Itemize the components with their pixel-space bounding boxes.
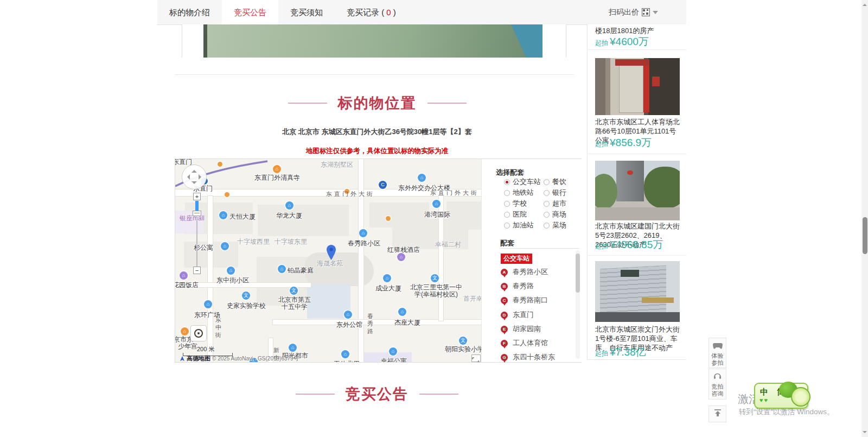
listing-title[interactable]: 楼18层1801的房产 <box>595 26 681 35</box>
radio-icon[interactable] <box>544 190 550 196</box>
building-poi-icon: ⌂ <box>204 300 212 308</box>
building-poi-icon: ⌂ <box>383 274 391 282</box>
poi-label: 港湾国际 <box>424 210 450 219</box>
street-label: 东直门外大街 <box>326 190 375 198</box>
consult-label: 竞拍咨询 <box>711 383 724 397</box>
amenity-option-school[interactable]: 学校 <box>504 199 527 208</box>
amenity-panel: 选择配套 公交车站 餐饮 地铁站 银行 学校 超市 医院 商场 加油站 菜场 配… <box>481 159 582 362</box>
pan-left-icon[interactable] <box>184 174 190 180</box>
station-pin-icon: D <box>501 312 508 319</box>
station-list-item[interactable]: D东直门 <box>501 310 534 320</box>
zoom-slider-thumb[interactable] <box>193 211 201 216</box>
building-poi-icon: ⌂ <box>219 211 227 219</box>
photo-mall-gold-sign <box>642 297 674 303</box>
back-to-top-button[interactable] <box>709 406 726 422</box>
building-poi-icon: ⌂ <box>389 347 397 356</box>
amenity-option-market[interactable]: 菜场 <box>544 220 566 230</box>
browser-scrollbar-thumb[interactable] <box>863 217 867 254</box>
tab-item-intro[interactable]: 标的物介绍 <box>157 0 222 24</box>
radio-icon[interactable] <box>504 190 510 196</box>
browser-scrollbar[interactable] <box>861 0 868 437</box>
poi-label: 春秀路小区 <box>348 239 380 248</box>
map-attribution: 高德地图 © 2025 AutoNavi - GS(2019)6379号 <box>180 354 299 362</box>
amenity-option-bank[interactable]: 银行 <box>544 188 566 198</box>
zoom-in-button[interactable]: + <box>193 193 201 200</box>
radio-icon[interactable] <box>544 223 550 229</box>
station-pin-icon: B <box>501 283 508 290</box>
pan-down-icon[interactable] <box>192 181 197 187</box>
poi-label: 东环广场 <box>194 311 220 320</box>
zoom-out-button[interactable]: − <box>193 267 201 274</box>
experience-bid-button[interactable]: 体验参拍 <box>709 338 726 368</box>
amenity-filter-title: 选择配套 <box>496 168 524 178</box>
station-pin-icon: E <box>501 326 508 333</box>
radio-icon[interactable] <box>544 212 550 218</box>
area-label: 十字坡西里 <box>237 237 270 246</box>
map-dot-icon <box>225 192 229 197</box>
radio-icon[interactable] <box>504 212 510 218</box>
pan-right-icon[interactable] <box>199 174 204 180</box>
listing-photo[interactable] <box>595 161 680 220</box>
tab-auction-notice[interactable]: 竞买须知 <box>278 0 335 24</box>
amenity-option-food[interactable]: 餐饮 <box>544 177 566 187</box>
map-dot-icon <box>218 162 222 167</box>
station-pin-icon: G <box>501 354 508 361</box>
station-list-item[interactable]: E胡家园南 <box>501 324 541 334</box>
map-pan-control[interactable] <box>182 164 207 189</box>
poi-label: 华龙大厦 <box>276 211 302 220</box>
poi-label: 杰座大厦 <box>394 318 420 327</box>
station-name: 春秀路小区 <box>513 267 548 277</box>
consult-button[interactable]: 竞拍咨询 <box>709 369 726 400</box>
amenity-option-hospital[interactable]: 医院 <box>504 210 527 219</box>
map-copyright: © 2025 AutoNavi - GS(2019)6379号 <box>212 355 299 363</box>
scan-to-bid-button[interactable]: 扫码出价 <box>609 0 658 24</box>
heading-line-left <box>288 103 327 104</box>
ime-indicator[interactable]: 中 简 ♥♥ <box>754 383 808 409</box>
amenity-group-title: 配套 <box>500 238 514 248</box>
radio-icon[interactable] <box>504 223 510 229</box>
station-list-item[interactable]: F工人体育馆 <box>501 338 548 348</box>
zoom-slider-fill <box>195 201 199 211</box>
pan-up-icon[interactable] <box>192 167 197 173</box>
radio-icon[interactable] <box>504 179 510 185</box>
tab-bid-records[interactable]: 竞买记录 ( 0 ) <box>335 0 408 24</box>
poi-label: 花园饭店 <box>175 281 199 290</box>
property-location-pin <box>327 245 336 260</box>
station-list-item[interactable]: A春秀路小区 <box>501 267 548 277</box>
map-canvas[interactable]: 东直门外大街 东直门外大街 东中街 新中街 春秀路 十字坡西里 十字坡东里 幸福… <box>175 159 481 362</box>
school-poi-icon: 文 <box>431 274 439 282</box>
amenity-option-metro[interactable]: 地铁站 <box>504 188 534 198</box>
scroll-down-icon[interactable] <box>863 431 867 435</box>
radio-icon[interactable] <box>544 179 550 185</box>
station-pin-icon: F <box>501 340 508 347</box>
target-icon <box>194 329 203 338</box>
station-list-item[interactable]: C春秀路南口 <box>501 295 548 305</box>
photo-teal-wedge <box>502 24 542 58</box>
amenity-option-bus[interactable]: 公交车站 <box>504 177 541 187</box>
panel-scrollbar[interactable] <box>576 250 580 359</box>
photo-road <box>595 207 680 220</box>
fullscreen-button[interactable] <box>471 354 481 362</box>
zoom-slider-track[interactable] <box>196 217 197 267</box>
listing-photo[interactable] <box>595 58 680 115</box>
scroll-up-icon[interactable] <box>863 2 867 6</box>
qr-code-icon <box>642 8 650 16</box>
listing-photo[interactable] <box>595 261 680 322</box>
amap-logo-icon <box>180 356 185 362</box>
panel-scrollbar-thumb[interactable] <box>576 254 580 293</box>
hotel-poi-icon: ⌂ <box>180 271 188 280</box>
building-poi-icon: ⌂ <box>278 265 286 273</box>
locate-button[interactable] <box>190 325 207 341</box>
amenity-option-label: 餐饮 <box>552 177 566 187</box>
tab-auction-announcement[interactable]: 竞买公告 <box>222 0 278 24</box>
station-list-item[interactable]: B春秀路 <box>501 281 534 291</box>
radio-icon[interactable] <box>544 201 550 207</box>
radio-icon[interactable] <box>504 201 510 207</box>
heart-icons: ♥♥ <box>760 397 769 403</box>
property-address: 北京 北京市 东城区东直门外大街乙36号院30幢1层等【2】套 <box>212 127 542 137</box>
amenity-option-label: 医院 <box>513 210 527 219</box>
station-list-item[interactable]: G东四十条桥东 <box>501 352 555 362</box>
amenity-option-mall[interactable]: 商场 <box>544 210 566 219</box>
amenity-option-gas[interactable]: 加油站 <box>504 220 534 230</box>
amenity-option-supermarket[interactable]: 超市 <box>544 199 566 208</box>
